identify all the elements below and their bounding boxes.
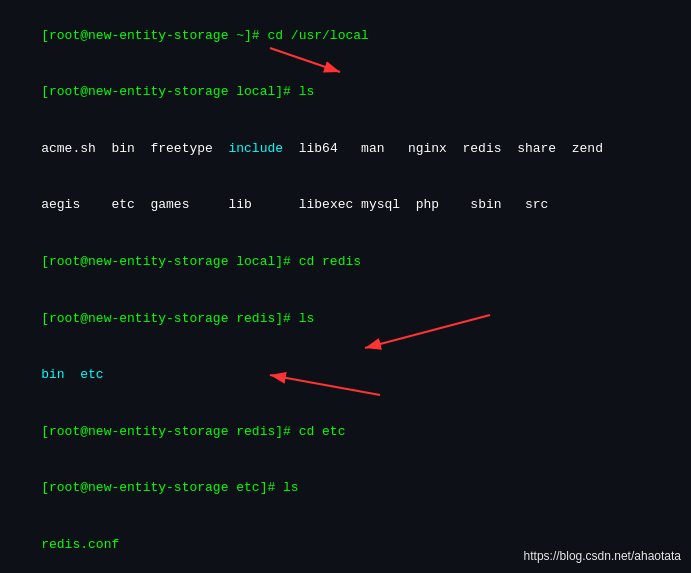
ls-col-mysql: mysql — [361, 197, 416, 212]
ls-col-etc: etc — [111, 197, 150, 212]
line-1: [root@new-entity-storage ~]# cd /usr/loc… — [10, 8, 681, 65]
ls-col-freetype: freetype — [150, 141, 228, 156]
etc-text: etc — [80, 367, 103, 382]
ls-col-src: src — [525, 197, 548, 212]
ls-col-lib64: lib64 — [283, 141, 361, 156]
ls-col-acme: acme.sh — [41, 141, 111, 156]
ls-col-include: include — [228, 141, 283, 156]
prompt-9: [root@new-entity-storage etc]# ls — [41, 480, 298, 495]
ls-col-nginx: nginx — [408, 141, 463, 156]
ls-col-aegis: aegis — [41, 197, 111, 212]
watermark: https://blog.csdn.net/ahaotata — [524, 549, 681, 563]
ls-col-libexec: libexec — [299, 197, 361, 212]
ls-col-lib: lib — [228, 197, 298, 212]
ls-output-local-1: acme.sh bin freetype include lib64 man n… — [10, 121, 681, 178]
ls-col-games: games — [150, 197, 228, 212]
line-7: bin etc — [10, 347, 681, 404]
ls-col-share: share — [517, 141, 572, 156]
line-2: [root@new-entity-storage local]# ls — [10, 65, 681, 122]
space-7 — [65, 367, 81, 382]
ls-col-zend: zend — [572, 141, 603, 156]
prompt-2: [root@new-entity-storage local]# ls — [41, 84, 314, 99]
bin-text: bin — [41, 367, 64, 382]
ls-col-php: php — [416, 197, 471, 212]
redis-conf: redis.conf — [41, 537, 119, 552]
prompt-8: [root@new-entity-storage redis]# cd etc — [41, 424, 345, 439]
prompt-1: [root@new-entity-storage ~]# cd /usr/loc… — [41, 28, 369, 43]
line-5: [root@new-entity-storage local]# cd redi… — [10, 234, 681, 291]
line-6: [root@new-entity-storage redis]# ls — [10, 291, 681, 348]
ls-col-sbin: sbin — [470, 197, 525, 212]
line-8: [root@new-entity-storage redis]# cd etc — [10, 404, 681, 461]
line-9: [root@new-entity-storage etc]# ls — [10, 460, 681, 517]
ls-col-man: man — [361, 141, 408, 156]
line-10: redis.conf — [10, 517, 681, 573]
ls-col-redis: redis — [463, 141, 518, 156]
terminal-window[interactable]: [root@new-entity-storage ~]# cd /usr/loc… — [0, 0, 691, 573]
ls-output-local-2: aegis etc games lib libexec mysql php sb… — [10, 178, 681, 235]
prompt-5: [root@new-entity-storage local]# cd redi… — [41, 254, 361, 269]
ls-col-bin: bin — [111, 141, 150, 156]
prompt-6: [root@new-entity-storage redis]# ls — [41, 311, 314, 326]
